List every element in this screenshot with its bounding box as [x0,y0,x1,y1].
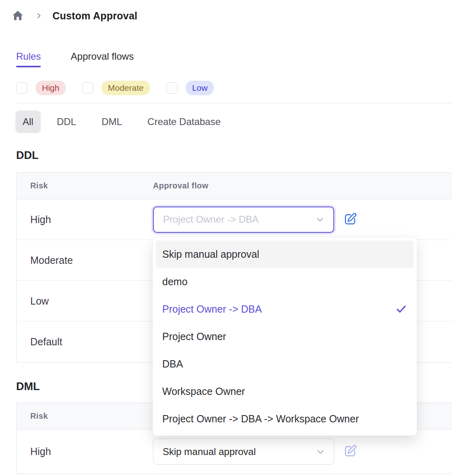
chevron-right-icon [35,12,43,20]
dropdown-item-label: Skip manual approval [162,248,259,260]
approval-flow-dropdown: Skip manual approval demo Project Owner … [153,237,417,436]
risk-checkbox-high[interactable] [16,82,27,94]
edit-approval-flow-button[interactable] [343,444,358,459]
approval-flow-cell: Skip manual approval [153,438,358,465]
divider [16,103,452,103]
risk-filter-high: High [16,81,66,95]
approval-flow-select-dml-high[interactable]: Skip manual approval [153,438,334,465]
breadcrumb: Custom Approval [0,0,452,23]
table-row: High Project Owner -> DBA [17,199,452,240]
risk-cell: Default [17,336,153,348]
tab-approval-flows[interactable]: Approval flows [71,51,134,67]
tab-rules[interactable]: Rules [16,51,41,67]
column-header-risk: Risk [17,181,153,190]
column-header-risk: Risk [17,411,153,421]
risk-cell: High [17,214,153,225]
section-title-ddl: DDL [16,149,452,162]
approval-flow-cell: Project Owner -> DBA [153,207,358,233]
edit-approval-flow-button[interactable] [343,212,358,228]
chevron-down-icon [315,447,326,457]
dropdown-item-label: demo [162,276,188,288]
risk-cell: High [17,446,153,457]
dropdown-item-label: DBA [162,358,183,370]
risk-filter-moderate: Moderate [82,81,150,95]
risk-cell: Moderate [17,255,153,266]
dropdown-item-project-owner-dba-workspace-owner[interactable]: Project Owner -> DBA -> Workspace Owner [156,405,414,432]
risk-badge-moderate: Moderate [101,81,150,95]
dropdown-item-project-owner[interactable]: Project Owner [156,323,414,350]
risk-filter-bar: High Moderate Low [16,81,452,95]
dropdown-item-label: Project Owner -> DBA [162,303,262,315]
risk-badge-high: High [36,81,66,95]
risk-cell: Low [17,295,153,307]
edit-icon [343,444,358,459]
select-value: Project Owner -> DBA [163,214,259,225]
dropdown-item-project-owner-dba[interactable]: Project Owner -> DBA [156,295,414,323]
dropdown-item-label: Workspace Owner [162,386,245,397]
risk-checkbox-moderate[interactable] [82,82,93,94]
filter-all[interactable]: All [15,111,41,133]
dropdown-item-workspace-owner[interactable]: Workspace Owner [156,378,414,405]
table-row: High Skip manual approval [17,430,452,474]
dropdown-item-skip-manual-approval[interactable]: Skip manual approval [156,240,414,268]
check-icon [395,303,407,315]
select-value: Skip manual approval [163,446,256,457]
dropdown-item-dba[interactable]: DBA [156,350,414,378]
chevron-down-icon [315,214,325,225]
column-header-approval-flow: Approval flow [153,181,208,190]
approval-flow-select-ddl-high[interactable]: Project Owner -> DBA [153,207,334,233]
dropdown-item-demo[interactable]: demo [156,268,414,295]
filter-ddl[interactable]: DDL [57,111,76,133]
dropdown-item-label: Project Owner [162,331,226,342]
edit-icon [343,212,358,228]
table-header: Risk Approval flow [17,173,452,199]
risk-filter-low: Low [166,81,214,95]
home-icon[interactable] [11,9,24,22]
dropdown-item-label: Project Owner -> DBA -> Workspace Owner [162,413,359,425]
tab-bar: Rules Approval flows [16,51,452,67]
type-filter-bar: All DDL DML Create Database [15,111,452,133]
filter-dml[interactable]: DML [102,111,122,133]
filter-create-database[interactable]: Create Database [147,111,220,133]
risk-badge-low: Low [186,81,214,95]
page-title: Custom Approval [52,10,137,22]
risk-checkbox-low[interactable] [166,82,178,94]
